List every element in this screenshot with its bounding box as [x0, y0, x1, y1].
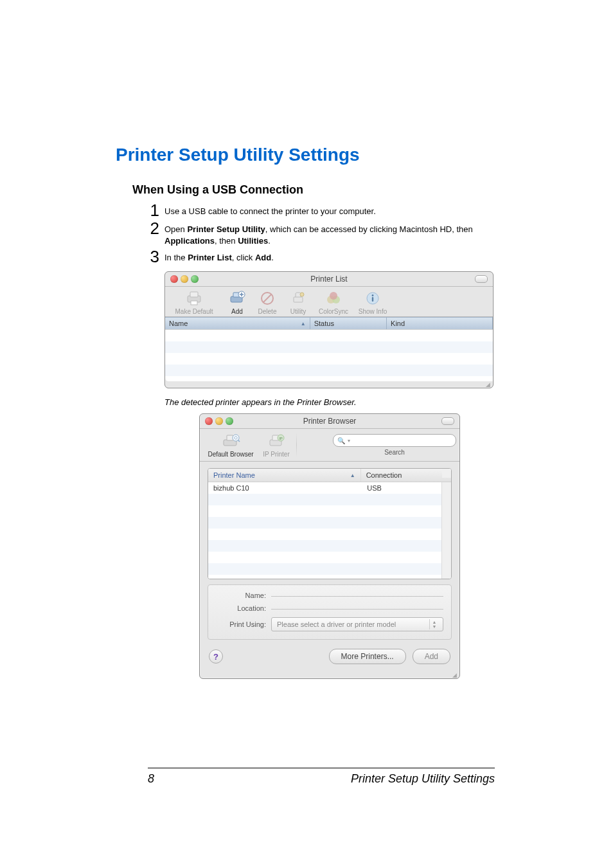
window-title: Printer Browser	[200, 417, 459, 426]
add-button[interactable]: Add	[413, 649, 450, 664]
ip-printer-tab[interactable]: IP IP Printer	[258, 432, 295, 458]
text: , which can be accessed by clicking Maci…	[265, 224, 473, 234]
text: Open	[164, 224, 187, 234]
step-3: 3 In the Printer List, click Add.	[145, 248, 498, 265]
location-label: Location:	[216, 604, 266, 612]
resize-grip-icon[interactable]: ◢	[165, 381, 493, 388]
help-glyph: ?	[213, 652, 218, 662]
sort-indicator-icon: ▲	[301, 321, 306, 327]
window-titlebar: Printer List	[165, 272, 493, 287]
make-default-button[interactable]: Make Default	[169, 289, 219, 315]
column-status[interactable]: Status	[310, 318, 387, 329]
toolbar-label: Make Default	[175, 308, 213, 315]
column-kind[interactable]: Kind	[387, 318, 493, 329]
print-using-select[interactable]: Please select a driver or printer model …	[271, 617, 443, 631]
footer-title: Printer Setup Utility Settings	[351, 772, 495, 786]
text-bold: Applications	[164, 236, 215, 246]
toolbar-label: ColorSync	[319, 308, 348, 315]
print-using-label: Print Using:	[216, 620, 266, 628]
resize-grip-icon[interactable]: ◢	[200, 672, 459, 678]
text-bold: Add	[255, 253, 271, 262]
column-label: Printer Name	[213, 471, 255, 479]
search-icon: 🔍	[337, 437, 345, 444]
svg-rect-8	[294, 297, 303, 302]
browser-toolbar: Default Browser IP IP Printer 🔍 ▾	[200, 429, 459, 462]
toolbar-label: Delete	[258, 308, 277, 315]
text-bold: Utilities	[238, 236, 268, 246]
step-text: Open Printer Setup Utility, which can be…	[164, 220, 486, 247]
text: , then	[215, 236, 238, 246]
list-item[interactable]: bizhub C10 USB	[208, 482, 441, 494]
note-text: The detected printer appears in the Prin…	[164, 397, 498, 407]
printer-icon	[184, 289, 204, 307]
minimize-icon[interactable]	[181, 275, 188, 283]
default-browser-icon	[220, 432, 241, 450]
sort-indicator-icon: ▲	[350, 473, 355, 478]
more-printers-button[interactable]: More Printers...	[329, 649, 406, 664]
zoom-icon[interactable]	[226, 417, 233, 425]
close-icon[interactable]	[170, 275, 178, 283]
page-heading: Printer Setup Utility Settings	[116, 145, 498, 165]
row-printer-name: bizhub C10	[208, 484, 362, 492]
help-button[interactable]: ?	[209, 649, 223, 664]
name-field[interactable]	[271, 595, 443, 597]
text: In the	[164, 253, 188, 262]
row-connection: USB	[362, 484, 441, 492]
add-button[interactable]: Add	[222, 289, 252, 315]
step-text: In the Printer List, click Add.	[164, 248, 274, 264]
default-browser-tab[interactable]: Default Browser	[204, 432, 258, 458]
page-footer: 8 Printer Setup Utility Settings	[148, 768, 495, 786]
dialog-actions: ? More Printers... Add	[200, 642, 459, 672]
minimize-icon[interactable]	[215, 417, 223, 425]
toolbar-label: Default Browser	[208, 451, 253, 458]
zoom-icon[interactable]	[191, 275, 199, 283]
svg-point-12	[330, 292, 337, 300]
location-field[interactable]	[271, 608, 443, 610]
list-header: Name ▲ Status Kind	[165, 317, 493, 329]
column-label: Name	[169, 320, 188, 327]
toolbar-label: Show Info	[359, 308, 387, 315]
svg-line-20	[238, 440, 240, 442]
window-titlebar: Printer Browser	[200, 414, 459, 429]
close-icon[interactable]	[205, 417, 213, 425]
step-number: 1	[145, 202, 159, 219]
text: , click	[232, 253, 255, 262]
svg-text:IP: IP	[279, 437, 283, 440]
utility-button[interactable]: Utility	[283, 289, 314, 315]
button-label: More Printers...	[341, 652, 394, 661]
svg-point-9	[300, 293, 304, 296]
toolbar-label: Add	[231, 308, 243, 315]
window-title: Printer List	[165, 275, 493, 284]
toolbar-toggle-icon[interactable]	[441, 417, 454, 425]
select-value: Please select a driver or printer model	[277, 620, 396, 628]
colorsync-icon	[323, 289, 344, 307]
add-printer-icon	[227, 289, 247, 307]
list-body	[165, 329, 493, 381]
browser-rows: bizhub C10 USB	[208, 482, 441, 579]
toolbar: Make Default Add Delete	[165, 287, 493, 317]
search-input[interactable]: 🔍 ▾	[333, 434, 456, 447]
search-label: Search	[384, 449, 405, 456]
name-label: Name:	[216, 592, 266, 599]
svg-rect-2	[191, 301, 197, 305]
scrollbar[interactable]	[441, 482, 451, 579]
colorsync-button[interactable]: ColorSync	[314, 289, 353, 315]
text-bold: Printer Setup Utility	[187, 224, 265, 234]
browser-list-header: Printer Name ▲ Connection	[208, 469, 451, 482]
step-2: 2 Open Printer Setup Utility, which can …	[145, 220, 498, 247]
column-name[interactable]: Name ▲	[165, 318, 310, 329]
column-printer-name[interactable]: Printer Name ▲	[208, 469, 361, 482]
step-1: 1 Use a USB cable to connect the printer…	[145, 202, 498, 219]
toolbar-toggle-icon[interactable]	[475, 275, 488, 283]
column-connection[interactable]: Connection	[361, 469, 442, 482]
utility-icon	[288, 289, 308, 307]
printer-form: Name: Location: Print Using: Please sele…	[208, 584, 452, 640]
chevron-updown-icon: ▲▼	[429, 619, 439, 629]
svg-rect-15	[372, 297, 373, 302]
button-label: Add	[425, 652, 438, 661]
toolbar-label: IP Printer	[263, 451, 290, 458]
show-info-button[interactable]: Show Info	[353, 289, 392, 315]
step-number: 3	[145, 248, 159, 265]
delete-button[interactable]: Delete	[252, 289, 283, 315]
search-arrow-icon: ▾	[348, 438, 350, 444]
